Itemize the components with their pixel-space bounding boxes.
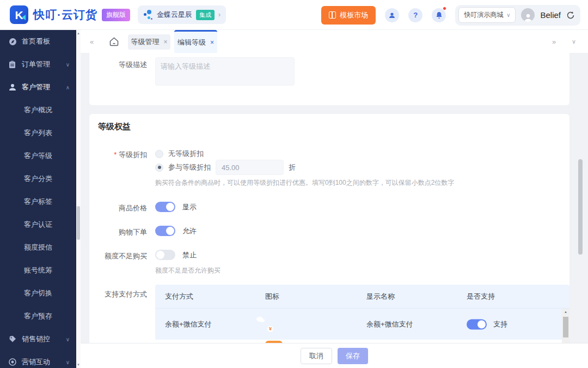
dashboard-icon [9,38,17,46]
sidebar-subitem-label: 额度授信 [24,243,52,252]
sidebar-scrollbar[interactable]: ▲ ▼ [76,30,81,368]
radio-selected-icon [155,164,163,172]
chevron-down-icon: ∨ [66,62,70,68]
notification-dot [443,7,446,10]
level-description-card: 等级描述 [89,53,569,105]
shop-selector[interactable]: 快叮演示商城 ∨ [458,7,516,23]
credit-toggle[interactable] [155,250,175,260]
sidebar-subitem-customer-overview[interactable]: 客户概况 [0,99,76,122]
sidebar-subitem-customer-level[interactable]: 客户等级 [0,144,76,167]
radio-icon [155,150,163,158]
tabs-menu-icon[interactable]: ∨ [572,30,576,53]
radio-with-discount[interactable]: 参与等级折扣 折 [155,160,296,175]
tabs-scroll-right-icon[interactable]: » [552,30,556,53]
chevron-down-icon: ∨ [66,336,70,342]
template-grid-icon [329,11,336,19]
chevron-down-icon: ∨ [506,12,510,18]
notification-button[interactable] [432,8,446,22]
avatar[interactable] [521,8,535,22]
sidebar-scrollbar-thumb[interactable] [77,206,80,240]
tab-edit-level[interactable]: 编辑等级 × [174,30,217,53]
bell-icon [436,11,443,19]
payment-label: 支持支付方式 [89,289,147,299]
tab-level-management[interactable]: 等级管理 × [128,34,170,50]
credit-state: 禁止 [182,250,197,260]
price-toggle[interactable] [155,202,175,212]
sidebar-item-customers[interactable]: 客户管理 ∧ [0,76,76,99]
kingdee-dots-icon [143,9,153,20]
edition-badge: 旗舰版 [102,9,130,21]
sidebar-subitem-customer-category[interactable]: 客户分类 [0,167,76,190]
help-button[interactable]: ? [408,8,422,22]
app-title: 快叮·云订货 [33,7,97,22]
sidebar-item-marketing[interactable]: 营销互动 ∨ [0,351,76,368]
sidebar-subitem-customer-prestore[interactable]: 客户预存 [0,305,76,328]
column-header: 是否支持 [467,292,495,301]
price-state: 显示 [182,202,197,212]
home-icon[interactable] [109,30,119,53]
integration-status-badge: 集成 [196,10,215,20]
sidebar-subitem-customer-auth[interactable]: 客户认证 [0,213,76,236]
scroll-down-icon[interactable]: ▼ [76,363,81,366]
shop-selector-label: 快叮演示商城 [464,10,503,20]
credit-label: 额度不足购买 [89,251,147,261]
sidebar-subitem-account-planning[interactable]: 账号统筹 [0,259,76,282]
workspace: « 等级管理 × 编辑等级 × » ∨ 等级描述 等级 [81,30,588,368]
top-header: K 快叮·云订货 旗舰版 金蝶云星辰 集成 › 模板市场 ? [0,0,588,30]
tab-label: 等级管理 [131,37,159,47]
discount-value-input[interactable] [216,160,284,175]
contact-icon [388,11,396,19]
sidebar-item-label: 客户管理 [22,82,50,92]
order-state: 允许 [182,226,197,236]
marketing-icon [9,358,17,366]
column-header: 显示名称 [366,292,395,301]
sidebar-subitem-customer-switch[interactable]: 客户切换 [0,282,76,305]
sales-icon [9,335,17,343]
sidebar-item-label: 订单管理 [22,59,50,69]
contact-button[interactable] [385,8,399,22]
payment-support-toggle[interactable] [467,319,487,329]
cancel-button[interactable]: 取消 [301,348,332,364]
sidebar-item-label: 销售销控 [22,334,50,344]
level-benefits-card: 等级权益 等级折扣 无等级折扣 参与等级折扣 折 购买符合条件的商品时，可以使用… [89,114,569,368]
description-textarea[interactable] [155,57,295,86]
radio-no-discount[interactable]: 无等级折扣 [155,149,204,159]
main-content: 等级描述 等级权益 等级折扣 无等级折扣 参与等级折扣 折 购买符合条件 [81,53,588,368]
close-icon[interactable]: × [210,39,214,46]
order-toggle[interactable] [155,226,175,236]
discount-help-text: 购买符合条件的商品时，可以使用等级折扣进行优惠。填写0到100之间的数字，可以保… [155,178,454,188]
sidebar-subitem-label: 客户等级 [24,151,52,161]
description-label: 等级描述 [89,60,147,70]
sidebar-item-orders[interactable]: 订单管理 ∨ [0,53,76,76]
app-logo-icon: K [10,5,28,24]
sidebar-item-sales-control[interactable]: 销售销控 ∨ [0,328,76,351]
template-market-label: 模板市场 [340,10,368,20]
radio-label: 无等级折扣 [168,149,204,159]
radio-label: 参与等级折扣 [168,162,211,172]
footer-actions: 取消 保存 [81,343,588,368]
chevron-up-icon: ∧ [66,85,70,91]
close-icon[interactable]: × [163,38,167,46]
main-scrollbar-thumb[interactable] [578,159,583,255]
orders-icon [9,61,17,69]
credit-help-text: 额度不足是否允许购买 [155,266,220,275]
template-market-button[interactable]: 模板市场 [321,6,376,25]
refresh-icon[interactable] [566,11,575,20]
sidebar-subitem-label: 客户分类 [24,174,52,184]
sidebar-item-dashboard[interactable]: 首页看板 [0,30,76,53]
sidebar-item-label: 首页看板 [22,37,50,46]
sidebar-subitem-label: 客户列表 [24,128,52,138]
tabs-scroll-left-icon[interactable]: « [90,30,94,53]
scroll-up-icon[interactable]: ▲ [76,32,81,35]
sidebar-subitem-customer-tags[interactable]: 客户标签 [0,190,76,213]
payment-display-name: 余额+微信支付 [366,319,413,329]
save-button[interactable]: 保存 [338,348,368,364]
payment-table-row: 余额+微信支付 ¥ 余额+微信支付 支持 [155,309,569,340]
payment-table-scrollbar-thumb[interactable] [563,317,568,337]
integration-pill[interactable]: 金蝶云星辰 集成 › [138,5,226,24]
user-group: 快叮演示商城 ∨ Belief [455,5,580,26]
sidebar-subitem-credit-line[interactable]: 额度授信 [0,236,76,259]
sidebar-subitem-customer-list[interactable]: 客户列表 [0,122,76,144]
column-header: 图标 [265,292,279,301]
scroll-up-icon[interactable]: ▲ [562,310,569,313]
